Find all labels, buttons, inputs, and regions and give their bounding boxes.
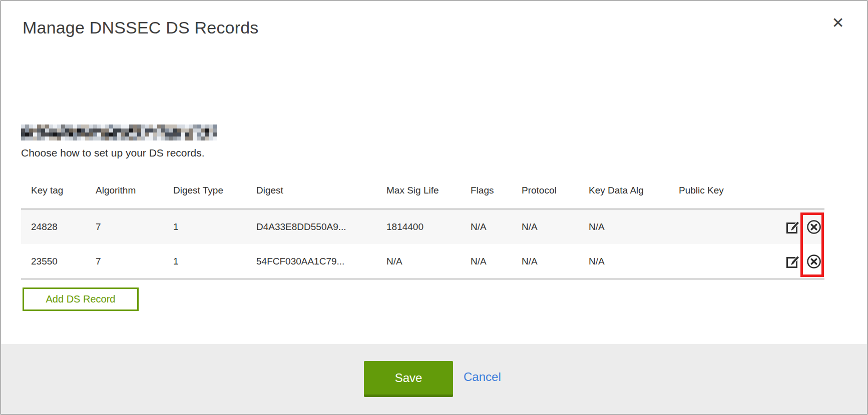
cell-key-tag: 23550 (21, 244, 89, 279)
column-header: Digest Type (166, 169, 249, 209)
edit-icon[interactable] (785, 254, 800, 269)
cell-digest-type: 1 (166, 209, 249, 244)
cell-actions (782, 244, 824, 279)
save-button[interactable]: Save (364, 361, 453, 397)
cell-key-data-alg: N/A (582, 209, 672, 244)
cell-max-sig-life: 1814400 (379, 209, 464, 244)
cell-flags: N/A (464, 244, 515, 279)
cell-algorithm: 7 (89, 209, 166, 244)
cell-protocol: N/A (515, 209, 582, 244)
cell-public-key (672, 244, 782, 279)
cell-max-sig-life: N/A (379, 244, 464, 279)
cell-public-key (672, 209, 782, 244)
column-header: Public Key (672, 169, 782, 209)
cell-key-tag: 24828 (21, 209, 89, 244)
column-header: Key tag (21, 169, 89, 209)
close-icon[interactable]: ✕ (829, 14, 847, 32)
column-header: Max Sig Life (379, 169, 464, 209)
manage-dnssec-dialog: Manage DNSSEC DS Records ✕ Choose how to… (0, 0, 868, 415)
edit-icon[interactable] (785, 220, 800, 234)
column-header-actions (782, 169, 824, 209)
delete-icon[interactable] (806, 220, 821, 234)
dialog-footer: Save Cancel (1, 344, 867, 414)
table-row: 2482871D4A33E8DD550A9...1814400N/AN/AN/A (21, 209, 824, 244)
cell-digest: D4A33E8DD550A9... (249, 209, 379, 244)
cell-digest-type: 1 (166, 244, 249, 279)
column-header: Flags (464, 169, 515, 209)
column-header: Protocol (515, 169, 582, 209)
cancel-link[interactable]: Cancel (464, 370, 501, 384)
cell-algorithm: 7 (89, 244, 166, 279)
table-header-row: Key tagAlgorithmDigest TypeDigestMax Sig… (21, 169, 824, 209)
cell-digest: 54FCF030AA1C79... (249, 244, 379, 279)
table-body: 2482871D4A33E8DD550A9...1814400N/AN/AN/A… (21, 209, 824, 279)
ds-records-table: Key tagAlgorithmDigest TypeDigestMax Sig… (21, 169, 824, 280)
column-header: Key Data Alg (582, 169, 672, 209)
add-ds-record-button[interactable]: Add DS Record (23, 288, 139, 311)
column-header: Algorithm (89, 169, 166, 209)
cell-protocol: N/A (515, 244, 582, 279)
table-row: 235507154FCF030AA1C79...N/AN/AN/AN/A (21, 244, 824, 279)
setup-instruction-text: Choose how to set up your DS records. (21, 147, 205, 159)
cell-key-data-alg: N/A (582, 244, 672, 279)
cell-actions (782, 209, 824, 244)
page-title: Manage DNSSEC DS Records (23, 18, 259, 38)
cell-flags: N/A (464, 209, 515, 244)
column-header: Digest (249, 169, 379, 209)
redacted-domain-name (21, 124, 217, 140)
delete-icon[interactable] (806, 254, 821, 269)
